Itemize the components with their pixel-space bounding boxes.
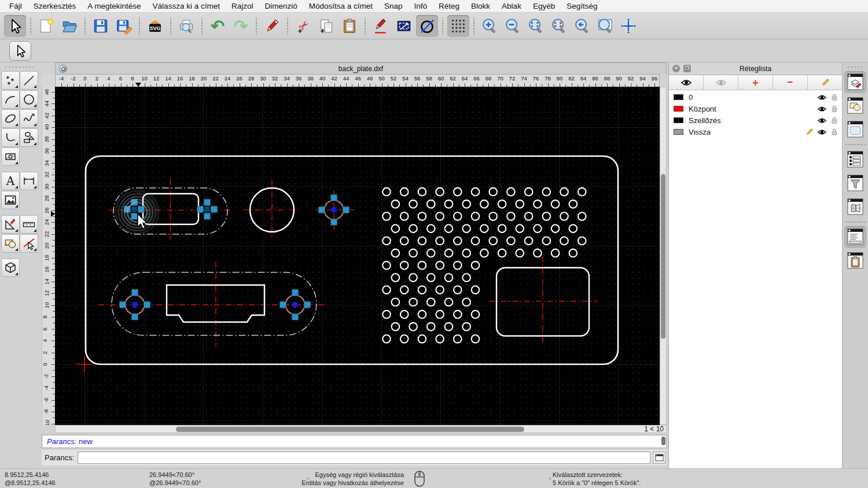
zoom-auto-button[interactable] <box>525 15 547 37</box>
command-window-toggle-button[interactable] <box>653 452 665 464</box>
edit-layer-button[interactable] <box>808 75 842 90</box>
dock-command-widget-button[interactable] <box>844 226 866 248</box>
layer-row-0[interactable]: 0 <box>669 91 842 103</box>
layer-visible-eye-icon[interactable] <box>817 117 827 124</box>
vent-hole[interactable] <box>409 273 417 282</box>
dock-named-views-button[interactable] <box>844 196 866 218</box>
vent-hole[interactable] <box>400 212 409 220</box>
zoom-pan-button[interactable] <box>617 15 639 37</box>
layer-color-swatch[interactable] <box>674 129 683 135</box>
layer-lock-icon[interactable] <box>830 128 838 136</box>
vent-hole[interactable] <box>472 261 480 269</box>
selection-handle[interactable] <box>319 207 325 213</box>
vent-hole[interactable] <box>445 249 453 257</box>
paste-button[interactable] <box>339 15 361 37</box>
layer-visible-eye-icon[interactable] <box>817 128 827 136</box>
vent-hole[interactable] <box>392 273 400 282</box>
vent-hole[interactable] <box>400 286 409 294</box>
vent-hole[interactable] <box>445 323 453 331</box>
vent-hole[interactable] <box>454 188 462 196</box>
vent-hole[interactable] <box>382 310 391 319</box>
tool-line-button[interactable] <box>20 71 38 90</box>
vent-hole[interactable] <box>462 249 470 257</box>
zoom-out-button[interactable] <box>502 15 524 37</box>
redo-button[interactable]: ↷ <box>230 15 252 37</box>
vent-hole[interactable] <box>507 212 515 220</box>
center-point[interactable] <box>292 302 299 308</box>
selection-handle[interactable] <box>138 206 145 213</box>
menu-a-megtekint-se[interactable]: A megtekintése <box>82 0 146 13</box>
selection-handle-center[interactable] <box>205 207 210 212</box>
zoom-prev-button[interactable] <box>571 15 593 37</box>
selection-handle[interactable] <box>144 302 150 308</box>
tool-cube3d-button[interactable] <box>1 258 20 277</box>
tool-spline-button[interactable] <box>20 109 38 128</box>
vent-hole[interactable] <box>436 286 444 294</box>
menu-szerkeszt-s[interactable]: Szerkesztés <box>28 0 82 13</box>
layer-color-swatch[interactable] <box>674 94 683 100</box>
vent-hole[interactable] <box>472 286 480 294</box>
vent-hole[interactable] <box>382 335 391 343</box>
vent-hole[interactable] <box>427 225 435 233</box>
save-button[interactable] <box>90 15 112 37</box>
dock-layer-list-button[interactable] <box>844 71 866 93</box>
select-button[interactable] <box>4 15 26 37</box>
vent-hole[interactable] <box>436 237 444 245</box>
vent-hole[interactable] <box>543 237 551 245</box>
tool-circle-button[interactable] <box>20 90 38 109</box>
menu-egy-b[interactable]: Egyéb <box>527 0 561 13</box>
menu-v-lassza-ki-a-c-met[interactable]: Válassza ki a címet <box>147 0 226 13</box>
vent-hole[interactable] <box>543 212 551 220</box>
vent-hole[interactable] <box>454 335 462 343</box>
vent-hole[interactable] <box>392 323 400 331</box>
vent-hole[interactable] <box>436 212 444 220</box>
vent-hole[interactable] <box>400 335 409 343</box>
drawing-canvas[interactable] <box>55 87 660 425</box>
open-button[interactable] <box>58 15 80 37</box>
vent-hole[interactable] <box>507 188 515 196</box>
vent-hole[interactable] <box>436 261 444 269</box>
layer-row-vissza[interactable]: Vissza <box>669 126 842 138</box>
vent-hole[interactable] <box>409 200 417 208</box>
add-layer-button[interactable]: ＋ <box>738 75 773 90</box>
vent-hole[interactable] <box>436 188 444 196</box>
delete-button[interactable] <box>261 15 283 37</box>
vent-hole[interactable] <box>454 286 462 294</box>
vent-hole[interactable] <box>392 249 400 257</box>
vent-hole[interactable] <box>418 188 426 196</box>
vent-hole[interactable] <box>507 237 515 245</box>
vent-hole[interactable] <box>462 225 470 233</box>
vent-hole[interactable] <box>472 212 480 220</box>
vent-hole[interactable] <box>392 298 400 306</box>
panel-float-button[interactable]: ❐ <box>683 65 691 72</box>
print-preview-button[interactable] <box>175 15 197 37</box>
vent-hole[interactable] <box>498 249 506 257</box>
selection-handle[interactable] <box>132 290 138 296</box>
vent-hole[interactable] <box>480 225 488 233</box>
menu-ablak[interactable]: Ablak <box>496 0 527 13</box>
vent-hole[interactable] <box>551 225 560 233</box>
selection-handle-center[interactable] <box>132 207 137 212</box>
zoom-redraw-button[interactable] <box>548 15 570 37</box>
vent-hole[interactable] <box>462 273 470 282</box>
grid-snap-button[interactable] <box>447 15 469 37</box>
undo-button[interactable]: ↶ <box>207 15 229 37</box>
center-point[interactable] <box>331 207 337 213</box>
selection-handle[interactable] <box>331 195 337 201</box>
vent-hole[interactable] <box>472 310 480 319</box>
vent-hole[interactable] <box>409 225 417 233</box>
tool-ellipse-button[interactable] <box>1 109 20 128</box>
dock-selection-filter-button[interactable] <box>844 172 866 194</box>
layer-row-szellőzés[interactable]: Szellőzés <box>669 114 842 126</box>
vent-hole[interactable] <box>427 298 435 306</box>
vent-hole[interactable] <box>445 225 453 233</box>
vent-hole[interactable] <box>516 225 524 233</box>
vent-hole[interactable] <box>560 212 568 220</box>
vent-hole[interactable] <box>409 323 417 331</box>
palette-drag-handle[interactable] <box>3 64 36 70</box>
selection-handle[interactable] <box>343 207 350 213</box>
plate-outline[interactable] <box>86 156 618 364</box>
vent-hole[interactable] <box>382 286 391 294</box>
vent-hole[interactable] <box>560 188 568 196</box>
vent-hole[interactable] <box>418 335 426 343</box>
